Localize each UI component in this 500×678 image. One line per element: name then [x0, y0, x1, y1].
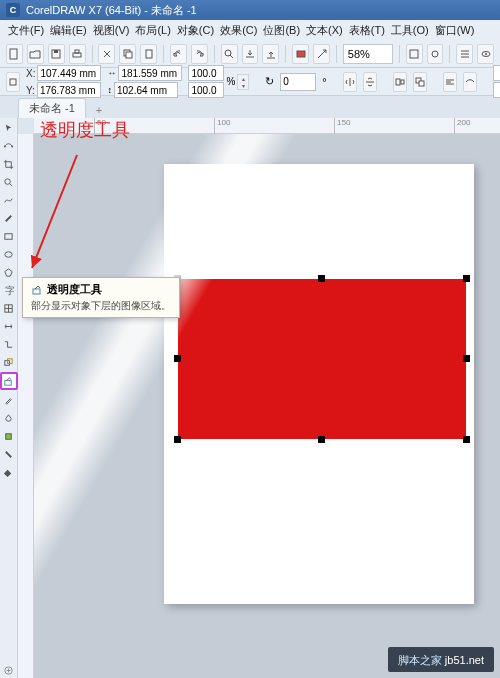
eyedropper-tool[interactable]: [1, 392, 17, 408]
toolbox: 字: [0, 118, 18, 678]
app-icon: C: [6, 3, 20, 17]
pick-tool[interactable]: [1, 120, 17, 136]
wrap-button[interactable]: [443, 72, 457, 92]
menu-view[interactable]: 视图(V): [93, 23, 130, 38]
percent-label: %: [226, 76, 235, 87]
menu-table[interactable]: 表格(T): [349, 23, 385, 38]
freehand-tool[interactable]: [1, 192, 17, 208]
scale-x-input[interactable]: [188, 65, 224, 81]
open-button[interactable]: [27, 44, 44, 64]
canvas-area[interactable]: [34, 134, 500, 678]
tooltip-title: 透明度工具: [47, 282, 102, 297]
svg-point-11: [432, 51, 438, 57]
x-input[interactable]: [37, 65, 101, 81]
mirror-h-button[interactable]: [343, 72, 357, 92]
cut-button[interactable]: [98, 44, 115, 64]
paste-button[interactable]: [140, 44, 157, 64]
handle-bottom-right[interactable]: [463, 436, 470, 443]
wrap2-button[interactable]: [463, 72, 477, 92]
standard-toolbar: [0, 40, 500, 68]
artistic-media-tool[interactable]: [1, 210, 17, 226]
launch-button[interactable]: [313, 44, 330, 64]
export-button[interactable]: [262, 44, 279, 64]
fill-tool[interactable]: [1, 464, 17, 480]
crop-tool[interactable]: [1, 156, 17, 172]
polygon-tool[interactable]: [1, 264, 17, 280]
svg-text:字: 字: [5, 285, 14, 296]
svg-point-19: [4, 145, 6, 147]
copy-button[interactable]: [119, 44, 136, 64]
outline-width-2[interactable]: [493, 82, 500, 98]
menu-effects[interactable]: 效果(C): [220, 23, 257, 38]
outline-tool[interactable]: [1, 446, 17, 462]
transparency-tool[interactable]: [0, 372, 18, 390]
zoom-tool[interactable]: [1, 174, 17, 190]
new-button[interactable]: [6, 44, 23, 64]
options-button[interactable]: [456, 44, 473, 64]
snap2-button[interactable]: [427, 44, 444, 64]
shape-tool[interactable]: [1, 138, 17, 154]
scale-y-input[interactable]: [188, 82, 224, 98]
expand-toolbox-button[interactable]: [1, 662, 17, 678]
scale-lock-icon[interactable]: ▴▾: [237, 74, 249, 90]
save-button[interactable]: [48, 44, 65, 64]
watermark-cn: 脚本之家: [398, 654, 442, 666]
mirror-v-button[interactable]: [363, 72, 377, 92]
handle-middle-right[interactable]: [463, 355, 470, 362]
undo-button[interactable]: [170, 44, 187, 64]
align-button[interactable]: [393, 72, 407, 92]
y-label: Y:: [26, 85, 35, 96]
table-tool[interactable]: [1, 300, 17, 316]
svg-rect-2: [54, 50, 58, 53]
effects-tool[interactable]: [1, 354, 17, 370]
handle-bottom-middle[interactable]: [318, 436, 325, 443]
import-button[interactable]: [242, 44, 259, 64]
handle-top-right[interactable]: [463, 275, 470, 282]
print-button[interactable]: [69, 44, 86, 64]
transparency-tool-icon: [31, 284, 43, 296]
interactive-fill-tool[interactable]: [1, 410, 17, 426]
snap-button[interactable]: [406, 44, 423, 64]
handle-bottom-left[interactable]: [174, 436, 181, 443]
menu-object[interactable]: 对象(C): [177, 23, 214, 38]
redo-button[interactable]: [191, 44, 208, 64]
order-button[interactable]: [413, 72, 427, 92]
menu-tools[interactable]: 工具(O): [391, 23, 429, 38]
svg-rect-10: [410, 50, 418, 58]
outline-width-1[interactable]: [493, 65, 500, 81]
selected-rectangle[interactable]: [178, 279, 466, 439]
search-button[interactable]: [221, 44, 238, 64]
menu-bitmaps[interactable]: 位图(B): [263, 23, 300, 38]
window-title: CorelDRAW X7 (64-Bit) - 未命名 -1: [26, 3, 197, 18]
menu-window[interactable]: 窗口(W): [435, 23, 475, 38]
text-tool[interactable]: 字: [1, 282, 17, 298]
zoom-select[interactable]: [343, 44, 393, 64]
width-input[interactable]: [118, 65, 182, 81]
height-input[interactable]: [114, 82, 178, 98]
ruler-vertical: [18, 134, 34, 678]
svg-point-20: [11, 145, 13, 147]
ruler-tick: 100: [214, 118, 230, 134]
y-input[interactable]: [37, 82, 101, 98]
watermark-en: jb51.net: [442, 654, 484, 666]
svg-rect-14: [10, 79, 16, 85]
svg-rect-7: [146, 50, 152, 58]
menu-text[interactable]: 文本(X): [306, 23, 343, 38]
eye-button[interactable]: [477, 44, 494, 64]
tab-add-button[interactable]: +: [90, 102, 108, 118]
smart-fill-tool[interactable]: [1, 428, 17, 444]
svg-rect-15: [396, 79, 400, 85]
rectangle-tool[interactable]: [1, 228, 17, 244]
menu-file[interactable]: 文件(F): [8, 23, 44, 38]
handle-top-middle[interactable]: [318, 275, 325, 282]
dimension-tool[interactable]: [1, 318, 17, 334]
ellipse-tool[interactable]: [1, 246, 17, 262]
rotate-input[interactable]: [280, 73, 316, 91]
connector-tool[interactable]: [1, 336, 17, 352]
titlebar: C CorelDRAW X7 (64-Bit) - 未命名 -1: [0, 0, 500, 20]
menu-edit[interactable]: 编辑(E): [50, 23, 87, 38]
handle-middle-left[interactable]: [174, 355, 181, 362]
publish-button[interactable]: [292, 44, 309, 64]
menu-layout[interactable]: 布局(L): [135, 23, 170, 38]
tab-document-1[interactable]: 未命名 -1: [18, 98, 86, 118]
